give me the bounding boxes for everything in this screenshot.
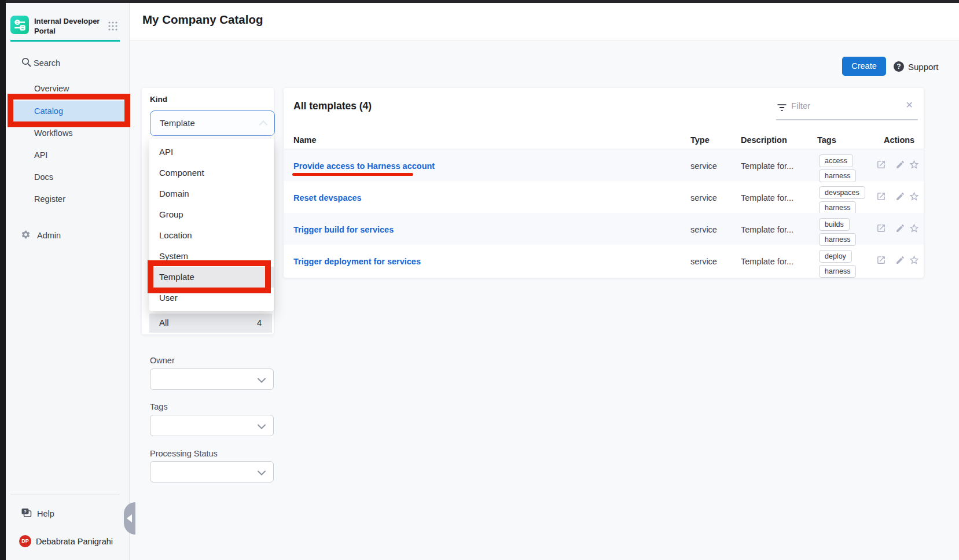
owner-label: Owner (150, 356, 175, 365)
row-description: Template for... (741, 225, 793, 234)
chevron-left-icon (127, 514, 132, 522)
user-menu[interactable]: DP Debabrata Panigrahi (6, 535, 130, 552)
column-header-type: Type (690, 135, 710, 145)
edit-icon[interactable] (895, 255, 905, 265)
apps-grid-icon[interactable] (108, 21, 118, 31)
sidebar-item-api[interactable]: API (8, 145, 124, 165)
column-header-name: Name (293, 135, 317, 145)
star-icon[interactable] (909, 159, 920, 170)
tag-chip[interactable]: harness (819, 201, 856, 214)
table-row: Reset devspaces service Template for... … (284, 181, 924, 213)
support-button[interactable]: Support (908, 62, 939, 72)
sidebar-divider (10, 495, 120, 495)
sidebar-collapse-handle[interactable] (124, 502, 135, 535)
sidebar-item-admin[interactable]: Admin (6, 227, 130, 245)
sidebar-item-register[interactable]: Register (8, 189, 124, 209)
table-title: All templates (4) (293, 100, 372, 112)
owner-select[interactable] (150, 369, 274, 390)
search-icon (21, 57, 32, 68)
chat-question-icon: ? (21, 508, 32, 519)
header-divider (130, 40, 959, 41)
user-name: Debabrata Panigrahi (36, 537, 113, 546)
brand-divider (10, 40, 120, 42)
support-help-icon[interactable]: ? (894, 61, 904, 72)
open-in-new-icon[interactable] (876, 160, 886, 170)
open-in-new-icon[interactable] (876, 255, 886, 265)
template-name-link[interactable]: Trigger deployment for services (293, 257, 421, 266)
sidebar-item-label: Admin (37, 231, 61, 240)
sidebar-item-search[interactable]: Search (6, 54, 130, 72)
kind-label: Kind (150, 95, 167, 104)
sidebar-item-label: Search (34, 58, 60, 68)
star-icon[interactable] (909, 191, 920, 202)
kind-option-api[interactable]: API (149, 142, 274, 163)
kind-selected-value: Template (160, 111, 195, 135)
kind-option-system[interactable]: System (149, 246, 274, 267)
portal-title: Internal Developer Portal (34, 17, 109, 36)
tag-chip[interactable]: devspaces (819, 186, 865, 199)
row-type: service (690, 225, 717, 234)
kind-all-row[interactable]: All 4 (149, 314, 272, 333)
column-header-description: Description (741, 135, 787, 145)
kind-select[interactable]: Template (150, 110, 275, 136)
sidebar-item-overview[interactable]: Overview (8, 78, 124, 99)
table-filter: ✕ (776, 98, 918, 120)
sidebar-item-docs[interactable]: Docs (8, 167, 124, 187)
open-in-new-icon[interactable] (876, 223, 886, 233)
tag-chip[interactable]: builds (819, 218, 850, 231)
window-top-edge (0, 0, 959, 3)
filter-underline (776, 119, 918, 120)
chevron-down-icon (258, 424, 266, 429)
template-name-link[interactable]: Provide access to Harness account (293, 161, 435, 171)
template-name-link[interactable]: Trigger build for services (293, 225, 394, 234)
edit-icon[interactable] (895, 191, 905, 201)
kind-option-template[interactable]: Template (149, 267, 274, 288)
chevron-down-icon (258, 470, 266, 476)
svg-text:?: ? (24, 509, 27, 514)
all-count: 4 (257, 318, 262, 327)
kind-option-group[interactable]: Group (149, 204, 274, 225)
avatar: DP (19, 535, 31, 547)
sidebar: Internal Developer Portal Search Overvie… (6, 3, 130, 560)
all-label: All (159, 318, 169, 327)
template-name-link[interactable]: Reset devspaces (293, 193, 362, 202)
chevron-down-icon (258, 378, 266, 383)
table-row: Trigger build for services service Templ… (284, 213, 924, 245)
tags-select[interactable] (150, 415, 274, 436)
tag-chip[interactable]: deploy (819, 250, 852, 263)
tag-chip[interactable]: harness (819, 265, 856, 278)
processing-status-label: Processing Status (150, 449, 218, 458)
gear-icon (21, 230, 31, 240)
sidebar-item-help[interactable]: ? Help (6, 506, 130, 523)
create-button[interactable]: Create (842, 57, 886, 76)
star-icon[interactable] (909, 255, 920, 266)
sidebar-item-workflows[interactable]: Workflows (8, 123, 124, 143)
processing-status-select[interactable] (150, 461, 274, 482)
row-description: Template for... (741, 161, 793, 171)
kind-dropdown-menu: API Component Domain Group Location Syst… (149, 139, 274, 311)
column-header-actions: Actions (884, 135, 914, 145)
edit-icon[interactable] (895, 160, 905, 170)
tag-chip[interactable]: access (819, 154, 853, 167)
window-left-edge (0, 0, 6, 560)
kind-option-component[interactable]: Component (149, 163, 274, 183)
close-icon[interactable]: ✕ (906, 100, 913, 110)
tag-chip[interactable]: harness (819, 233, 856, 246)
filter-input[interactable] (791, 101, 901, 110)
filter-icon (776, 102, 788, 113)
chevron-up-icon (259, 120, 267, 126)
tag-chip[interactable]: harness (819, 170, 856, 182)
sidebar-item-label: Help (37, 509, 54, 518)
page-title: My Company Catalog (142, 13, 263, 27)
open-in-new-icon[interactable] (876, 191, 886, 201)
kind-option-domain[interactable]: Domain (149, 183, 274, 204)
row-type: service (690, 257, 717, 266)
column-header-tags: Tags (817, 135, 836, 145)
kind-option-location[interactable]: Location (149, 225, 274, 246)
star-icon[interactable] (909, 223, 920, 234)
portal-logo-icon (10, 16, 29, 34)
kind-option-user[interactable]: User (149, 288, 274, 308)
sidebar-item-catalog[interactable]: Catalog (8, 101, 124, 121)
edit-icon[interactable] (895, 223, 905, 233)
table-row: Trigger deployment for services service … (284, 245, 924, 277)
